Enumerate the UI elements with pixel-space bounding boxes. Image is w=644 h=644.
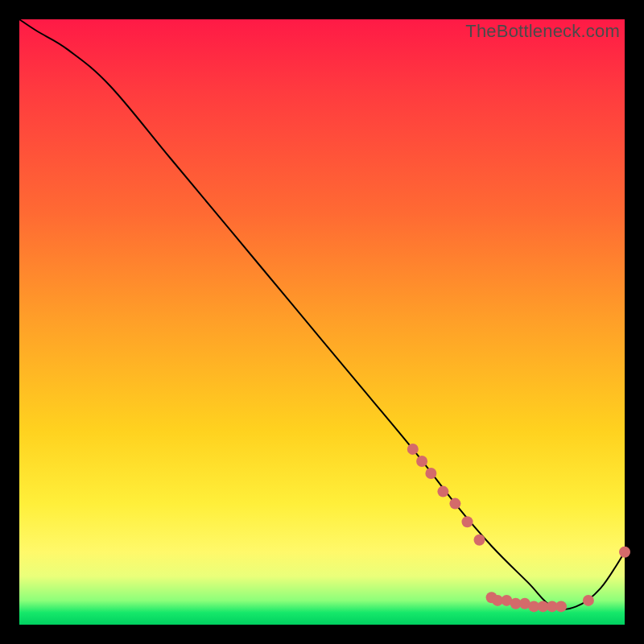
curve-markers	[407, 444, 630, 613]
plot-area: TheBottleneck.com	[19, 19, 625, 625]
curve-marker	[407, 444, 419, 455]
curve-marker	[619, 547, 630, 558]
curve-marker	[462, 516, 473, 527]
curve-marker	[555, 601, 567, 612]
curve-marker	[474, 535, 485, 546]
curve-marker	[425, 468, 436, 479]
curve-line	[19, 19, 625, 609]
chart-stage: TheBottleneck.com	[0, 0, 644, 644]
curve-marker	[437, 486, 448, 497]
curve-marker	[416, 456, 427, 467]
curve-marker	[449, 498, 460, 510]
chart-overlay	[19, 19, 625, 625]
curve-marker	[583, 595, 594, 606]
